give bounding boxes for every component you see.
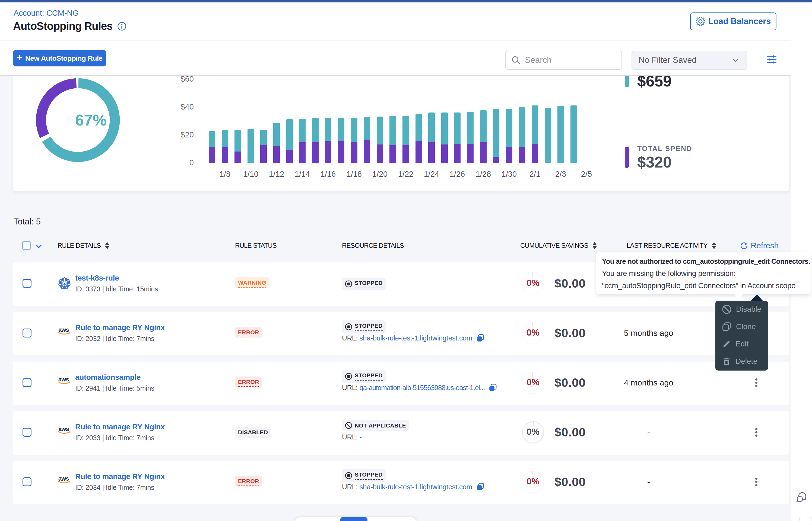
svg-text:aws: aws [58, 426, 69, 432]
svg-text:aws: aws [58, 475, 69, 482]
svg-text:aws: aws [58, 376, 69, 383]
svg-text:aws: aws [58, 327, 69, 333]
